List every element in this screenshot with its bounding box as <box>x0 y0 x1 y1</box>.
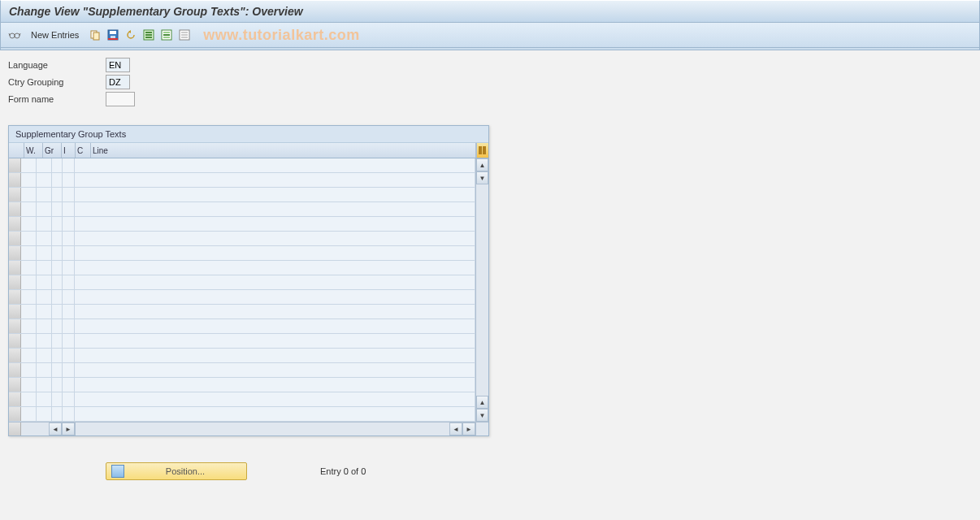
configure-columns-icon[interactable] <box>476 143 488 158</box>
cell-c[interactable] <box>63 158 75 172</box>
row-selector[interactable] <box>9 261 21 275</box>
table-row[interactable] <box>9 349 475 363</box>
cell-i[interactable] <box>52 305 63 318</box>
cell-w[interactable] <box>21 232 37 245</box>
scroll-left-icon[interactable]: ◄ <box>49 422 62 436</box>
cell-w[interactable] <box>21 275 37 289</box>
cell-gr[interactable] <box>37 246 52 260</box>
table-row[interactable] <box>9 173 475 188</box>
column-selector[interactable] <box>9 143 24 158</box>
cell-i[interactable] <box>52 392 63 406</box>
cell-line[interactable] <box>75 158 475 172</box>
table-row[interactable] <box>9 188 475 202</box>
column-gr[interactable]: Gr <box>43 143 62 158</box>
cell-i[interactable] <box>52 363 63 377</box>
cell-line[interactable] <box>75 305 475 318</box>
form-name-input[interactable] <box>106 92 135 106</box>
cell-i[interactable] <box>52 202 63 216</box>
cell-c[interactable] <box>63 217 75 231</box>
cell-c[interactable] <box>63 305 75 318</box>
cell-i[interactable] <box>52 188 63 202</box>
cell-i[interactable] <box>52 319 63 333</box>
cell-line[interactable] <box>75 319 475 333</box>
cell-w[interactable] <box>21 378 37 392</box>
language-input[interactable] <box>106 58 130 72</box>
table-row[interactable] <box>9 392 475 407</box>
cell-gr[interactable] <box>37 319 52 333</box>
table-row[interactable] <box>9 158 475 173</box>
row-selector[interactable] <box>9 246 21 260</box>
cell-gr[interactable] <box>37 261 52 275</box>
cell-w[interactable] <box>21 392 37 406</box>
row-selector[interactable] <box>9 363 21 377</box>
position-button[interactable]: Position... <box>106 462 247 480</box>
cell-gr[interactable] <box>37 363 52 377</box>
table-row[interactable] <box>9 246 475 261</box>
cell-c[interactable] <box>63 290 75 304</box>
table-row[interactable] <box>9 407 475 422</box>
vertical-scrollbar[interactable]: ▲ ▼ ▲ ▼ <box>475 158 488 422</box>
cell-gr[interactable] <box>37 290 52 304</box>
cell-w[interactable] <box>21 217 37 231</box>
cell-line[interactable] <box>75 363 475 377</box>
cell-gr[interactable] <box>37 158 52 172</box>
cell-line[interactable] <box>75 188 475 202</box>
cell-gr[interactable] <box>37 407 52 421</box>
table-row[interactable] <box>9 232 475 246</box>
row-selector[interactable] <box>9 173 21 187</box>
copy-icon[interactable] <box>88 28 102 42</box>
cell-c[interactable] <box>63 349 75 362</box>
cell-gr[interactable] <box>37 349 52 362</box>
cell-c[interactable] <box>63 173 75 187</box>
cell-c[interactable] <box>63 261 75 275</box>
scroll-up-icon[interactable]: ▲ <box>476 158 488 171</box>
cell-line[interactable] <box>75 232 475 245</box>
cell-c[interactable] <box>63 319 75 333</box>
cell-gr[interactable] <box>37 173 52 187</box>
scroll-left-step-icon[interactable]: ► <box>62 422 75 436</box>
row-selector[interactable] <box>9 232 21 245</box>
cell-line[interactable] <box>75 202 475 216</box>
cell-c[interactable] <box>63 275 75 289</box>
cell-line[interactable] <box>75 407 475 421</box>
new-entries-button[interactable]: New Entries <box>25 28 85 42</box>
row-selector[interactable] <box>9 407 21 421</box>
cell-i[interactable] <box>52 261 63 275</box>
cell-w[interactable] <box>21 319 37 333</box>
column-i[interactable]: I <box>62 143 76 158</box>
cell-w[interactable] <box>21 334 37 348</box>
scroll-right-icon[interactable]: ► <box>462 422 475 436</box>
cell-line[interactable] <box>75 173 475 187</box>
cell-i[interactable] <box>52 349 63 362</box>
table-row[interactable] <box>9 261 475 275</box>
cell-i[interactable] <box>52 290 63 304</box>
cell-gr[interactable] <box>37 378 52 392</box>
select-all-icon[interactable] <box>141 28 156 42</box>
cell-w[interactable] <box>21 305 37 318</box>
cell-c[interactable] <box>63 392 75 406</box>
table-row[interactable] <box>9 378 475 392</box>
cell-i[interactable] <box>52 232 63 245</box>
row-selector[interactable] <box>9 158 21 172</box>
cell-w[interactable] <box>21 188 37 202</box>
cell-gr[interactable] <box>37 202 52 216</box>
table-row[interactable] <box>9 275 475 290</box>
row-selector[interactable] <box>9 290 21 304</box>
cell-w[interactable] <box>21 173 37 187</box>
table-row[interactable] <box>9 290 475 305</box>
row-selector[interactable] <box>9 188 21 202</box>
cell-line[interactable] <box>75 392 475 406</box>
cell-w[interactable] <box>21 261 37 275</box>
column-line[interactable]: Line <box>91 143 476 158</box>
undo-icon[interactable] <box>124 28 138 42</box>
cell-w[interactable] <box>21 202 37 216</box>
cell-c[interactable] <box>63 407 75 421</box>
cell-line[interactable] <box>75 217 475 231</box>
table-row[interactable] <box>9 319 475 334</box>
glasses-icon[interactable] <box>7 28 22 42</box>
cell-c[interactable] <box>63 202 75 216</box>
table-row[interactable] <box>9 334 475 349</box>
cell-w[interactable] <box>21 158 37 172</box>
cell-i[interactable] <box>52 334 63 348</box>
deselect-all-icon[interactable] <box>177 28 192 42</box>
